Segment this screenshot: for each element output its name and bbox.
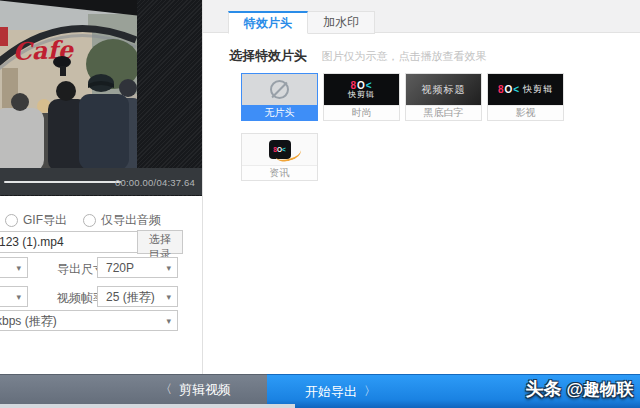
template-card-movie[interactable]: 8O< 快剪辑 影视 [487, 73, 564, 121]
toutiao-watermark: 头条@趣物联 [525, 377, 634, 401]
section-header: 选择特效片头 图片仅为示意，点击播放查看效果 [229, 46, 486, 65]
seek-bar[interactable] [4, 181, 121, 183]
brand-name: 快剪辑 [523, 85, 553, 95]
back-chevron-icon: 〈 [160, 381, 172, 398]
title-thumb-text: 视频标题 [422, 83, 466, 97]
intro-template-panel: 特效片头 加水印 选择特效片头 图片仅为示意，点击播放查看效果 无片头 8O< … [202, 0, 640, 374]
template-label: 资讯 [242, 165, 317, 180]
template-card-fashion[interactable]: 8O< 快剪辑 时尚 [323, 73, 400, 121]
title-thumb: 视频标题 [406, 74, 481, 105]
section-hint: 图片仅为示意，点击播放查看效果 [321, 50, 486, 62]
section-title: 选择特效片头 [229, 48, 307, 63]
start-export-label: 开始导出 [305, 383, 357, 401]
movie-thumb: 8O< 快剪辑 [488, 74, 563, 105]
news-thumb: 8O< [242, 134, 317, 165]
no-intro-thumb [242, 74, 317, 105]
template-card-news[interactable]: 8O< 资讯 [241, 133, 318, 181]
template-label: 影视 [488, 105, 563, 120]
edit-video-label: 剪辑视频 [179, 381, 231, 399]
bitrate-select[interactable]: kbps (推荐) ▾ [0, 310, 178, 331]
frame-rate-select[interactable]: 25 (推荐) ▾ [97, 286, 178, 307]
quality-select[interactable]: ▾ [0, 286, 28, 307]
fashion-thumb: 8O< 快剪辑 [324, 74, 399, 105]
export-size-select[interactable]: 720P ▾ [97, 257, 178, 278]
export-type-radios: GIF导出 仅导出音频 [5, 212, 161, 229]
template-label: 黑底白字 [406, 105, 481, 120]
tabs: 特效片头 加水印 [228, 11, 375, 34]
video-still-image: Cafe [0, 0, 137, 168]
bitrate-value: kbps (推荐) [0, 314, 57, 328]
brand-name: 快剪辑 [348, 91, 375, 100]
tab-intro-effects[interactable]: 特效片头 [228, 11, 308, 34]
edit-video-button[interactable]: 〈 剪辑视频 [0, 374, 267, 404]
caret-down-icon: ▾ [166, 287, 171, 307]
audio-only-label: 仅导出音频 [101, 212, 161, 229]
template-card-none[interactable]: 无片头 [241, 73, 318, 121]
watermark-brand: 头条 [525, 379, 561, 399]
playback-timeline: 00:00.00/04:37.64 [0, 168, 202, 195]
audio-only-radio[interactable]: 仅导出音频 [83, 212, 161, 229]
gif-export-radio[interactable]: GIF导出 [5, 212, 67, 229]
export-settings-panel: GIF导出 仅导出音频 选择目录 ▾ 导出尺寸 720P ▾ ▾ 视频帧率 25… [0, 196, 202, 374]
caret-down-icon: ▾ [166, 258, 171, 278]
brand-logo-icon: 8O< [498, 84, 520, 95]
video-preview-area: Cafe 00:00.00/04:37.64 [0, 0, 202, 196]
template-grid: 无片头 8O< 快剪辑 时尚 视频标题 黑底白字 [241, 73, 581, 181]
time-display: 00:00.00/04:37.64 [115, 177, 195, 188]
video-frame[interactable]: Cafe [0, 0, 137, 168]
window-bottom-edge [0, 404, 295, 408]
watermark-handle: @趣物联 [566, 380, 634, 399]
template-label: 无片头 [242, 105, 317, 120]
format-select[interactable]: ▾ [0, 257, 28, 278]
forward-chevron-icon: 〉 [364, 383, 376, 400]
caret-down-icon: ▾ [16, 258, 21, 278]
radio-circle-icon [83, 214, 96, 227]
template-card-title[interactable]: 视频标题 黑底白字 [405, 73, 482, 121]
gif-export-label: GIF导出 [23, 212, 67, 229]
caret-down-icon: ▾ [166, 311, 171, 331]
video-export-window: Cafe 00:00.00/04:37.64 [0, 0, 640, 408]
radio-circle-icon [5, 214, 18, 227]
choose-directory-button[interactable]: 选择目录 [137, 230, 183, 254]
export-size-value: 720P [106, 261, 134, 275]
tab-watermark[interactable]: 加水印 [308, 11, 375, 34]
frame-rate-value: 25 (推荐) [106, 290, 155, 304]
template-label: 时尚 [324, 105, 399, 120]
no-intro-ban-icon [270, 80, 289, 99]
brand-logo-icon: 8O< [350, 80, 372, 91]
caret-down-icon: ▾ [16, 287, 21, 307]
